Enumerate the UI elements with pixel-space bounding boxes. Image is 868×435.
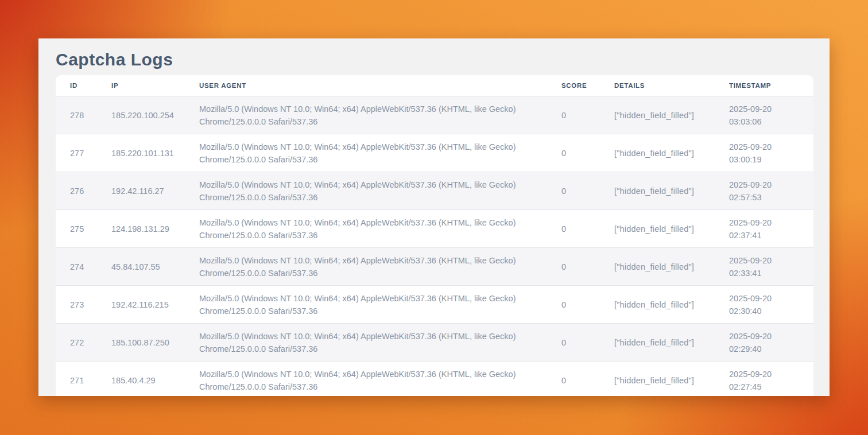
logs-table-container: ID IP USER AGENT SCORE DETAILS TIMESTAMP… xyxy=(56,75,813,396)
cell-details: ["hidden_field_filled"] xyxy=(614,134,729,172)
logs-table: ID IP USER AGENT SCORE DETAILS TIMESTAMP… xyxy=(56,75,813,396)
cell-ip: 45.84.107.55 xyxy=(111,248,199,286)
cell-ip: 185.40.4.29 xyxy=(111,362,199,397)
cell-user-agent: Mozilla/5.0 (Windows NT 10.0; Win64; x64… xyxy=(199,248,561,286)
cell-user-agent: Mozilla/5.0 (Windows NT 10.0; Win64; x64… xyxy=(199,172,561,210)
cell-details: ["hidden_field_filled"] xyxy=(614,362,729,397)
cell-ip: 185.100.87.250 xyxy=(111,324,199,362)
cell-id: 273 xyxy=(56,286,111,324)
column-header-user-agent: USER AGENT xyxy=(199,75,561,96)
cell-details: ["hidden_field_filled"] xyxy=(614,248,729,286)
cell-timestamp: 2025-09-20 03:00:19 xyxy=(729,134,813,172)
cell-details: ["hidden_field_filled"] xyxy=(614,172,729,210)
cell-ip: 192.42.116.27 xyxy=(111,172,199,210)
cell-id: 274 xyxy=(56,248,111,286)
table-row: 278 185.220.100.254 Mozilla/5.0 (Windows… xyxy=(56,96,813,134)
cell-id: 276 xyxy=(56,172,111,210)
table-row: 272 185.100.87.250 Mozilla/5.0 (Windows … xyxy=(56,324,813,362)
cell-user-agent: Mozilla/5.0 (Windows NT 10.0; Win64; x64… xyxy=(199,286,561,324)
cell-timestamp: 2025-09-20 02:30:40 xyxy=(729,286,813,324)
cell-id: 278 xyxy=(56,96,111,134)
cell-user-agent: Mozilla/5.0 (Windows NT 10.0; Win64; x64… xyxy=(199,134,561,172)
column-header-timestamp: TIMESTAMP xyxy=(729,75,813,96)
cell-score: 0 xyxy=(561,172,614,210)
cell-id: 277 xyxy=(56,134,111,172)
page-background: Captcha Logs ID IP USER AGENT SCORE xyxy=(0,0,868,435)
logs-table-body: 278 185.220.100.254 Mozilla/5.0 (Windows… xyxy=(56,96,813,397)
cell-ip: 185.220.100.254 xyxy=(111,96,199,134)
table-row: 273 192.42.116.215 Mozilla/5.0 (Windows … xyxy=(56,286,813,324)
cell-timestamp: 2025-09-20 02:27:45 xyxy=(729,362,813,397)
cell-score: 0 xyxy=(561,210,614,248)
cell-details: ["hidden_field_filled"] xyxy=(614,324,729,362)
column-header-score: SCORE xyxy=(561,75,614,96)
cell-user-agent: Mozilla/5.0 (Windows NT 10.0; Win64; x64… xyxy=(199,210,561,248)
column-header-ip: IP xyxy=(111,75,199,96)
column-header-details: DETAILS xyxy=(614,75,729,96)
cell-ip: 185.220.101.131 xyxy=(111,134,199,172)
cell-id: 272 xyxy=(56,324,111,362)
cell-score: 0 xyxy=(561,362,614,397)
cell-details: ["hidden_field_filled"] xyxy=(614,96,729,134)
cell-id: 271 xyxy=(56,362,111,397)
cell-timestamp: 2025-09-20 03:03:06 xyxy=(729,96,813,134)
cell-ip: 192.42.116.215 xyxy=(111,286,199,324)
logs-table-header: ID IP USER AGENT SCORE DETAILS TIMESTAMP xyxy=(56,75,813,96)
cell-user-agent: Mozilla/5.0 (Windows NT 10.0; Win64; x64… xyxy=(199,362,561,397)
cell-user-agent: Mozilla/5.0 (Windows NT 10.0; Win64; x64… xyxy=(199,324,561,362)
cell-timestamp: 2025-09-20 02:33:41 xyxy=(729,248,813,286)
cell-score: 0 xyxy=(561,248,614,286)
cell-score: 0 xyxy=(561,324,614,362)
captcha-logs-card: Captcha Logs ID IP USER AGENT SCORE xyxy=(38,38,830,396)
cell-score: 0 xyxy=(561,286,614,324)
cell-ip: 124.198.131.29 xyxy=(111,210,199,248)
cell-user-agent: Mozilla/5.0 (Windows NT 10.0; Win64; x64… xyxy=(199,96,561,134)
cell-details: ["hidden_field_filled"] xyxy=(614,286,729,324)
cell-timestamp: 2025-09-20 02:57:53 xyxy=(729,172,813,210)
page-title: Captcha Logs xyxy=(56,46,813,73)
table-row: 276 192.42.116.27 Mozilla/5.0 (Windows N… xyxy=(56,172,813,210)
cell-id: 275 xyxy=(56,210,111,248)
column-header-id: ID xyxy=(56,75,111,96)
table-row: 271 185.40.4.29 Mozilla/5.0 (Windows NT … xyxy=(56,362,813,397)
cell-timestamp: 2025-09-20 02:37:41 xyxy=(729,210,813,248)
table-row: 274 45.84.107.55 Mozilla/5.0 (Windows NT… xyxy=(56,248,813,286)
header-row: ID IP USER AGENT SCORE DETAILS TIMESTAMP xyxy=(56,75,813,96)
table-row: 277 185.220.101.131 Mozilla/5.0 (Windows… xyxy=(56,134,813,172)
cell-score: 0 xyxy=(561,96,614,134)
cell-details: ["hidden_field_filled"] xyxy=(614,210,729,248)
table-row: 275 124.198.131.29 Mozilla/5.0 (Windows … xyxy=(56,210,813,248)
cell-timestamp: 2025-09-20 02:29:40 xyxy=(729,324,813,362)
cell-score: 0 xyxy=(561,134,614,172)
